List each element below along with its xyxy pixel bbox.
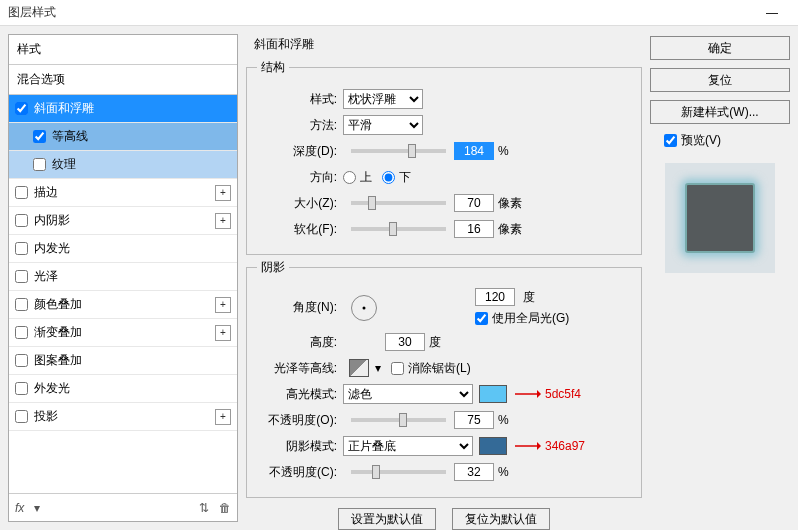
- styles-footer: fx ▾ ⇅ 🗑: [9, 493, 237, 521]
- chevron-down-icon[interactable]: ▾: [34, 501, 40, 515]
- style-item-label: 投影: [34, 408, 58, 425]
- style-item-3[interactable]: 描边+: [9, 179, 237, 207]
- depth-slider[interactable]: [351, 149, 446, 153]
- highlight-opacity-slider[interactable]: [351, 418, 446, 422]
- reset-default-button[interactable]: 复位为默认值: [452, 508, 550, 530]
- highlight-color-chip[interactable]: [479, 385, 507, 403]
- style-item-checkbox[interactable]: [15, 102, 28, 115]
- style-item-checkbox[interactable]: [15, 354, 28, 367]
- minimize-icon[interactable]: —: [754, 4, 790, 22]
- shadow-opacity-label: 不透明度(C):: [257, 464, 337, 481]
- cancel-button[interactable]: 复位: [650, 68, 790, 92]
- technique-row: 方法: 平滑: [257, 114, 631, 136]
- panel-heading: 斜面和浮雕: [246, 34, 642, 53]
- shadow-mode-select[interactable]: 正片叠底: [343, 436, 473, 456]
- plus-icon[interactable]: +: [215, 185, 231, 201]
- highlight-opacity-input[interactable]: [454, 411, 494, 429]
- preview-checkbox[interactable]: [664, 134, 677, 147]
- style-item-checkbox[interactable]: [15, 270, 28, 283]
- antialias-checkbox[interactable]: [391, 362, 404, 375]
- direction-up-radio[interactable]: 上: [343, 169, 372, 186]
- styles-panel: 样式 混合选项 斜面和浮雕等高线纹理描边+内阴影+内发光光泽颜色叠加+渐变叠加+…: [8, 34, 238, 522]
- altitude-unit: 度: [429, 334, 441, 351]
- fx-icon[interactable]: fx: [15, 501, 24, 515]
- shadow-opacity-unit: %: [498, 465, 509, 479]
- soften-slider[interactable]: [351, 227, 446, 231]
- up-down-arrows-icon[interactable]: ⇅: [199, 501, 209, 515]
- depth-label: 深度(D):: [257, 143, 337, 160]
- size-slider[interactable]: [351, 201, 446, 205]
- style-item-label: 内阴影: [34, 212, 70, 229]
- highlight-hex: 5dc5f4: [545, 387, 581, 401]
- style-item-11[interactable]: 投影+: [9, 403, 237, 431]
- angle-dial[interactable]: [351, 295, 377, 321]
- style-item-checkbox[interactable]: [33, 130, 46, 143]
- angle-input[interactable]: [475, 288, 515, 306]
- style-item-7[interactable]: 颜色叠加+: [9, 291, 237, 319]
- size-row: 大小(Z): 像素: [257, 192, 631, 214]
- angle-label: 角度(N):: [257, 299, 337, 316]
- default-buttons: 设置为默认值 复位为默认值: [246, 508, 642, 530]
- plus-icon[interactable]: +: [215, 213, 231, 229]
- highlight-mode-select[interactable]: 滤色: [343, 384, 473, 404]
- style-item-label: 外发光: [34, 380, 70, 397]
- blend-options[interactable]: 混合选项: [9, 65, 237, 95]
- soften-input[interactable]: [454, 220, 494, 238]
- style-item-6[interactable]: 光泽: [9, 263, 237, 291]
- arrow-icon: [515, 389, 541, 399]
- style-item-label: 颜色叠加: [34, 296, 82, 313]
- style-item-checkbox[interactable]: [15, 298, 28, 311]
- set-default-button[interactable]: 设置为默认值: [338, 508, 436, 530]
- size-input[interactable]: [454, 194, 494, 212]
- direction-row: 方向: 上 下: [257, 166, 631, 188]
- trash-icon[interactable]: 🗑: [219, 501, 231, 515]
- technique-select[interactable]: 平滑: [343, 115, 423, 135]
- settings-panel: 斜面和浮雕 结构 样式: 枕状浮雕 方法: 平滑 深度(D): % 方向: 上 …: [246, 34, 642, 522]
- shadow-opacity-slider[interactable]: [351, 470, 446, 474]
- technique-label: 方法:: [257, 117, 337, 134]
- style-item-2[interactable]: 纹理: [9, 151, 237, 179]
- structure-legend: 结构: [257, 59, 289, 76]
- style-item-9[interactable]: 图案叠加: [9, 347, 237, 375]
- window-title: 图层样式: [8, 4, 56, 21]
- shadow-opacity-input[interactable]: [454, 463, 494, 481]
- depth-input[interactable]: [454, 142, 494, 160]
- ok-button[interactable]: 确定: [650, 36, 790, 60]
- preview-checkbox-row[interactable]: 预览(V): [650, 132, 790, 149]
- plus-icon[interactable]: +: [215, 409, 231, 425]
- style-item-checkbox[interactable]: [15, 242, 28, 255]
- style-item-8[interactable]: 渐变叠加+: [9, 319, 237, 347]
- highlight-mode-label: 高光模式:: [257, 386, 337, 403]
- shadow-opacity-row: 不透明度(C): %: [257, 461, 631, 483]
- direction-down-radio[interactable]: 下: [382, 169, 411, 186]
- shadow-mode-label: 阴影模式:: [257, 438, 337, 455]
- style-item-label: 纹理: [52, 156, 76, 173]
- style-item-checkbox[interactable]: [15, 382, 28, 395]
- style-item-4[interactable]: 内阴影+: [9, 207, 237, 235]
- plus-icon[interactable]: +: [215, 297, 231, 313]
- angle-row: 角度(N): 度 使用全局光(G): [257, 288, 631, 327]
- shadow-color-chip[interactable]: [479, 437, 507, 455]
- direction-label: 方向:: [257, 169, 337, 186]
- gloss-contour-swatch[interactable]: [349, 359, 369, 377]
- style-item-10[interactable]: 外发光: [9, 375, 237, 403]
- style-item-label: 内发光: [34, 240, 70, 257]
- style-item-checkbox[interactable]: [15, 326, 28, 339]
- plus-icon[interactable]: +: [215, 325, 231, 341]
- highlight-mode-row: 高光模式: 滤色 5dc5f4: [257, 383, 631, 405]
- new-style-button[interactable]: 新建样式(W)...: [650, 100, 790, 124]
- style-item-checkbox[interactable]: [15, 410, 28, 423]
- style-item-1[interactable]: 等高线: [9, 123, 237, 151]
- style-item-checkbox[interactable]: [15, 214, 28, 227]
- style-select[interactable]: 枕状浮雕: [343, 89, 423, 109]
- chevron-down-icon[interactable]: ▾: [375, 361, 381, 375]
- antialias-label: 消除锯齿(L): [408, 360, 471, 377]
- altitude-input[interactable]: [385, 333, 425, 351]
- style-item-checkbox[interactable]: [33, 158, 46, 171]
- style-item-5[interactable]: 内发光: [9, 235, 237, 263]
- style-item-0[interactable]: 斜面和浮雕: [9, 95, 237, 123]
- style-item-checkbox[interactable]: [15, 186, 28, 199]
- svg-marker-1: [537, 390, 541, 398]
- window-body: 样式 混合选项 斜面和浮雕等高线纹理描边+内阴影+内发光光泽颜色叠加+渐变叠加+…: [0, 26, 798, 530]
- global-light-checkbox[interactable]: [475, 312, 488, 325]
